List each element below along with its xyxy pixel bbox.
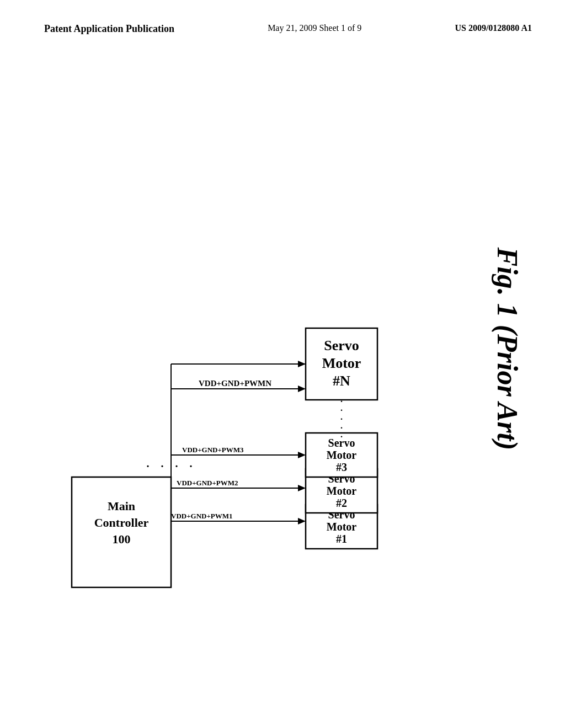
- controller-label-line3: 100: [113, 532, 131, 546]
- arrow-motor3-head: [298, 452, 306, 458]
- figure-label: Fig. 1 (Prior Art): [492, 247, 524, 450]
- busN-label: VDD+GND+PWMN: [199, 379, 271, 388]
- diagram-area: Main Controller 100 · · · · VDD+GND+PWM1…: [0, 47, 565, 681]
- arrow-motorN2-head: [298, 361, 306, 367]
- motorN-label2: Motor: [322, 355, 361, 371]
- arrow-motor2-head: [298, 485, 306, 491]
- arrow-motorN-head: [298, 386, 306, 392]
- bus2-label: VDD+GND+PWM2: [177, 479, 238, 487]
- motor3-label2: Motor: [327, 449, 357, 461]
- motorN-label3: #N: [333, 373, 350, 389]
- controller-label-line1: Main: [108, 499, 135, 513]
- bus1-label: VDD+GND+PWM1: [171, 512, 233, 520]
- motor1-label3: #1: [336, 533, 347, 545]
- publication-title: Patent Application Publication: [44, 22, 174, 36]
- arrow-motor1-head: [298, 518, 306, 524]
- motor3-label3: #3: [336, 461, 347, 473]
- motor2-label2: Motor: [327, 485, 357, 497]
- controller-label-line2: Controller: [94, 516, 149, 529]
- page-header: Patent Application Publication May 21, 2…: [0, 0, 565, 36]
- motorN-label1: Servo: [324, 338, 359, 354]
- vertical-ellipsis5: ·: [340, 430, 343, 443]
- circuit-diagram: Main Controller 100 · · · · VDD+GND+PWM1…: [0, 47, 565, 681]
- motor1-label2: Motor: [327, 521, 357, 533]
- publication-date-sheet: May 21, 2009 Sheet 1 of 9: [268, 22, 361, 34]
- publication-number: US 2009/0128080 A1: [455, 22, 532, 34]
- motor2-label3: #2: [336, 497, 347, 509]
- bus3-label: VDD+GND+PWM3: [182, 446, 244, 454]
